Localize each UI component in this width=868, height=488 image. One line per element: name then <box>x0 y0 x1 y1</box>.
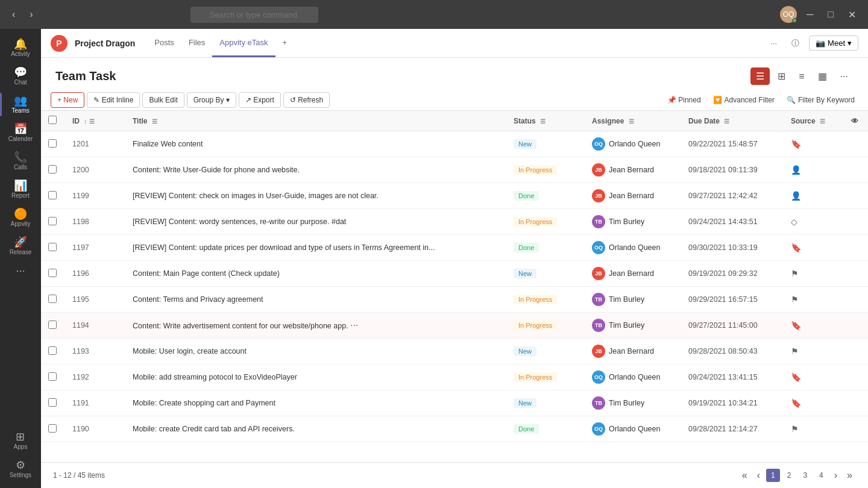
advanced-filter-button[interactable]: 🔽 Advanced Filter <box>709 93 778 107</box>
row-status-cell: In Progress <box>506 313 585 339</box>
sidebar-item-report[interactable]: 📊 Report <box>0 175 41 204</box>
col-title[interactable]: Title ☰ <box>125 111 506 131</box>
table-footer: 1 - 12 / 45 items « ‹ 1 2 3 4 › » <box>41 462 868 488</box>
row-date-cell: 09/19/2021 09:29:32 <box>681 261 784 287</box>
row-checkbox[interactable] <box>48 139 57 148</box>
nav-forward-button[interactable]: › <box>25 7 37 22</box>
tab-appvity-etask[interactable]: Appvity eTask <box>212 29 275 57</box>
row-id-cell: 1191 <box>65 390 107 416</box>
row-checkbox[interactable] <box>48 295 57 303</box>
select-all-checkbox[interactable] <box>48 116 57 124</box>
channel-info-button[interactable]: ⓘ <box>787 36 804 51</box>
nav-back-button[interactable]: ‹ <box>7 7 20 22</box>
table-row: 1197 [REVIEW] Content: update prices per… <box>41 235 868 261</box>
calendar-view-button[interactable]: ▦ <box>813 67 832 85</box>
sidebar-item-teams[interactable]: 👥 Teams <box>0 90 41 119</box>
board-view-button[interactable]: ⊞ <box>772 67 791 85</box>
row-checkbox[interactable] <box>48 398 57 407</box>
assignee-filter-icon[interactable]: ☰ <box>629 118 634 125</box>
row-eye-cell <box>844 235 868 261</box>
page-next-button[interactable]: › <box>831 468 841 483</box>
activity-icon: 🔔 <box>14 39 27 49</box>
chat-icon: 💬 <box>14 67 27 78</box>
page-3-button[interactable]: 3 <box>798 469 812 482</box>
group-by-button[interactable]: Group By ▾ <box>187 92 236 108</box>
refresh-button[interactable]: ↺ Refresh <box>283 92 330 108</box>
row-more-icon[interactable]: ··· <box>350 320 358 330</box>
sidebar-item-chat[interactable]: 💬 Chat <box>0 62 41 90</box>
row-title-cell: Content: Write User-Guide for phone and … <box>125 157 506 183</box>
maximize-button[interactable]: □ <box>823 7 838 22</box>
meet-button[interactable]: 📷 Meet ▾ <box>809 36 858 51</box>
row-checkbox[interactable] <box>48 165 57 174</box>
sidebar-item-calendar[interactable]: 📅 Calender <box>0 119 41 147</box>
status-badge: New <box>514 139 536 149</box>
search-input[interactable] <box>190 7 318 23</box>
status-badge: New <box>514 269 536 278</box>
col-due-date[interactable]: Due Date ☰ <box>681 111 784 131</box>
channel-more-button[interactable]: ··· <box>766 36 782 50</box>
row-checkbox-cell <box>41 131 65 157</box>
close-button[interactable]: ✕ <box>843 7 861 23</box>
sidebar-item-apps[interactable]: ⊞ Apps <box>10 427 31 455</box>
id-sort-icon[interactable]: ↕ <box>84 118 87 125</box>
meet-dropdown-icon: ▾ <box>848 39 852 48</box>
sidebar-item-activity[interactable]: 🔔 Activity <box>0 34 41 62</box>
new-button[interactable]: + New <box>51 92 84 108</box>
sidebar-item-release[interactable]: 🚀 Release <box>0 232 41 260</box>
list-view-button[interactable]: ☰ <box>750 67 770 85</box>
source-icon: 👤 <box>791 191 801 201</box>
sidebar-item-more[interactable]: ··· <box>0 260 41 281</box>
row-checkbox[interactable] <box>48 346 57 355</box>
id-filter-icon[interactable]: ☰ <box>89 118 95 125</box>
title-filter-icon[interactable]: ☰ <box>152 118 157 125</box>
export-button[interactable]: ↗ Export <box>239 92 281 108</box>
col-source[interactable]: Source ☰ <box>784 111 844 131</box>
row-sort-cell <box>107 235 125 261</box>
page-4-button[interactable]: 4 <box>814 469 828 482</box>
calendar-icon: 📅 <box>14 124 27 134</box>
row-checkbox[interactable] <box>48 424 57 433</box>
col-status[interactable]: Status ☰ <box>506 111 585 131</box>
sidebar-item-settings[interactable]: ⚙ Settings <box>10 455 31 483</box>
status-filter-icon[interactable]: ☰ <box>540 118 546 125</box>
row-date-cell: 09/28/2021 08:50:43 <box>681 339 784 364</box>
page-first-button[interactable]: « <box>738 468 751 483</box>
page-1-button[interactable]: 1 <box>766 469 780 482</box>
more-views-button[interactable]: ··· <box>835 67 854 85</box>
page-last-button[interactable]: » <box>843 468 856 483</box>
row-assignee-cell: JB Jean Bernard <box>585 339 681 364</box>
row-checkbox[interactable] <box>48 372 57 381</box>
col-visibility: 👁 <box>844 111 868 131</box>
edit-inline-button[interactable]: ✎ Edit Inline <box>87 92 140 108</box>
date-filter-icon[interactable]: ☰ <box>724 118 729 125</box>
source-filter-icon[interactable]: ☰ <box>820 118 825 125</box>
minimize-button[interactable]: ─ <box>802 7 818 22</box>
filter-keyword-button[interactable]: 🔍 Filter By Keyword <box>783 93 858 107</box>
row-checkbox[interactable] <box>48 217 57 225</box>
row-source-cell: 👤 <box>784 183 844 209</box>
tab-files[interactable]: Files <box>181 29 212 57</box>
row-checkbox[interactable] <box>48 269 57 277</box>
pinned-button[interactable]: 📌 Pinned <box>664 93 705 107</box>
row-checkbox[interactable] <box>48 243 57 251</box>
gantt-view-button[interactable]: ≡ <box>793 67 810 85</box>
row-title-cell: Content: Terms and Privacy agreement <box>125 287 506 313</box>
bulk-edit-button[interactable]: Bulk Edit <box>142 92 184 108</box>
sidebar-item-appvity[interactable]: 🟠 Appvity <box>0 204 41 232</box>
row-checkbox[interactable] <box>48 321 57 329</box>
row-status-cell: In Progress <box>506 287 585 313</box>
row-checkbox-cell <box>41 364 65 390</box>
col-id[interactable]: ID ↕☰ <box>65 111 107 131</box>
col-assignee[interactable]: Assignee ☰ <box>585 111 681 131</box>
tab-posts[interactable]: Posts <box>147 29 181 57</box>
row-checkbox[interactable] <box>48 191 57 199</box>
page-prev-button[interactable]: ‹ <box>753 468 764 483</box>
avatar: TB <box>592 215 605 228</box>
add-tab-button[interactable]: + <box>275 29 295 57</box>
sidebar-item-calls[interactable]: 📞 Calls <box>0 147 41 175</box>
row-sort-cell <box>107 261 125 287</box>
page-2-button[interactable]: 2 <box>782 469 796 482</box>
row-sort-cell <box>107 364 125 390</box>
row-eye-cell <box>844 261 868 287</box>
